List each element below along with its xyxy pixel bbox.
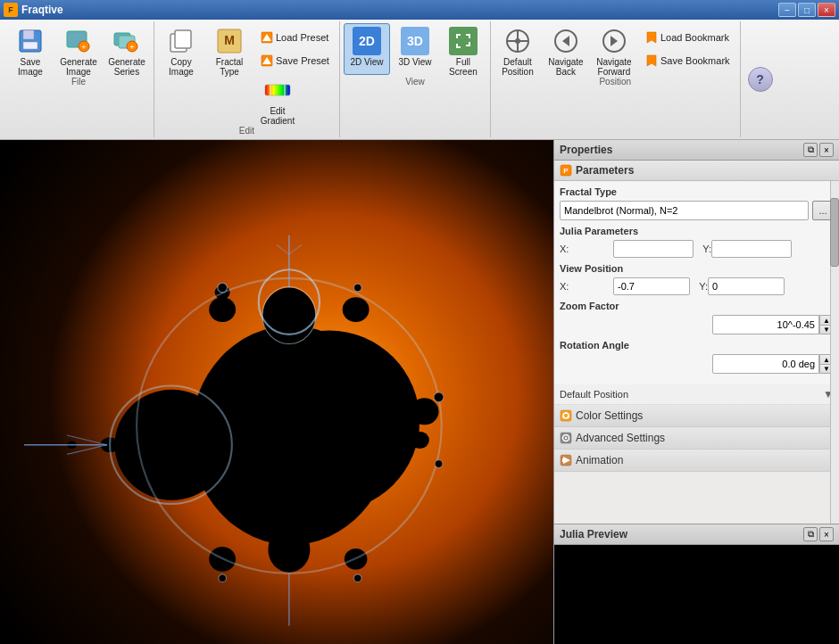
full-screen-icon [449, 27, 478, 55]
minimize-button[interactable]: − [778, 3, 796, 17]
edit-gradient-button[interactable]: Edit Gradient [254, 72, 301, 124]
zoom-factor-label: Zoom Factor [560, 301, 834, 311]
load-preset-icon [261, 31, 273, 44]
toolbar-edit-items: Copy Image M Fractal Type Load Preset Sa… [158, 23, 336, 124]
svg-rect-73 [562, 458, 564, 462]
generate-image-button[interactable]: + Generate Image [55, 23, 102, 75]
svg-point-66 [567, 416, 569, 417]
save-preset-label: Save Preset [276, 55, 329, 66]
svg-point-31 [238, 331, 420, 512]
maximize-button[interactable]: □ [798, 3, 816, 17]
svg-text:+: + [81, 43, 86, 52]
properties-content[interactable]: Fractal Type ... Julia Parameters X: Y: … [554, 181, 839, 524]
julia-y-input[interactable] [711, 240, 792, 258]
load-bookmark-label: Load Bookmark [660, 32, 729, 43]
svg-point-41 [343, 297, 370, 322]
svg-point-55 [218, 283, 228, 293]
color-settings-section[interactable]: Color Settings [554, 405, 839, 427]
view-2d-button[interactable]: 2D 2D View [344, 23, 390, 75]
help-button[interactable]: ? [748, 67, 773, 92]
julia-close-button[interactable]: × [819, 527, 834, 541]
navigate-back-label: Navigate Back [545, 57, 586, 77]
svg-point-57 [219, 574, 227, 582]
preset-group: Load Preset Save Preset [254, 27, 336, 71]
view-3d-button[interactable]: 3D 3D View [392, 23, 438, 75]
svg-point-60 [435, 460, 443, 468]
edit-gradient-label: Edit Gradient [257, 106, 298, 126]
view-3d-label-icon: 3D [407, 34, 423, 48]
animation-label: Animation [576, 454, 623, 466]
svg-rect-18 [265, 85, 290, 95]
scrollbar-thumb[interactable] [830, 198, 839, 267]
navigate-back-button[interactable]: Navigate Back [543, 23, 589, 75]
save-image-button[interactable]: Save Image [7, 23, 54, 75]
full-screen-label: Full Screen [443, 57, 484, 77]
svg-rect-63 [561, 410, 571, 421]
advanced-settings-section[interactable]: Advanced Settings [554, 427, 839, 450]
view-x-input[interactable] [613, 277, 690, 295]
title-bar-controls: − □ × [778, 3, 835, 17]
full-screen-button[interactable]: Full Screen [440, 23, 486, 75]
fractal-type-button[interactable]: M Fractal Type [206, 23, 253, 75]
view-group-label: View [405, 77, 425, 87]
view-position-row: X: Y: [560, 277, 834, 295]
svg-point-67 [562, 416, 564, 417]
navigate-forward-button[interactable]: Navigate Forward [591, 23, 637, 75]
fractal-type-label: Fractal Type [209, 57, 250, 77]
julia-preview-header: Julia Preview ⧉ × [554, 524, 839, 545]
fractal-canvas[interactable] [0, 140, 553, 644]
svg-rect-2 [23, 42, 37, 49]
svg-text:M: M [224, 33, 235, 47]
load-bookmark-button[interactable]: Load Bookmark [639, 27, 736, 48]
default-position-icon [503, 27, 532, 55]
svg-point-70 [565, 437, 567, 439]
rotation-input[interactable] [712, 354, 819, 374]
load-bookmark-icon [645, 31, 658, 44]
julia-y-label: Y: [694, 244, 711, 254]
panel-float-button[interactable]: ⧉ [803, 143, 818, 157]
svg-point-24 [515, 38, 520, 44]
default-position-row[interactable]: Default Position ▼ [554, 384, 839, 405]
load-preset-button[interactable]: Load Preset [254, 27, 336, 48]
animation-icon [560, 454, 572, 466]
toolbar-position-group: Default Position Navigate Back Navigate … [491, 21, 741, 137]
close-button[interactable]: × [818, 3, 835, 17]
julia-preview-panel: Julia Preview ⧉ × [554, 524, 839, 644]
julia-params-row: X: Y: [560, 240, 834, 258]
generate-series-button[interactable]: + Generate Series [104, 23, 150, 75]
svg-point-65 [565, 412, 567, 414]
copy-image-button[interactable]: Copy Image [158, 23, 204, 75]
scrollbar-track[interactable] [830, 181, 839, 524]
navigate-forward-label: Navigate Forward [594, 57, 635, 77]
toolbar-position-items: Default Position Navigate Back Navigate … [494, 23, 736, 75]
zoom-input[interactable] [712, 315, 819, 334]
view-y-input[interactable] [708, 277, 785, 295]
svg-rect-1 [23, 30, 34, 39]
generate-image-icon: + [64, 27, 93, 55]
svg-marker-26 [562, 36, 569, 46]
edit-group-label: Edit [239, 126, 254, 136]
advanced-settings-icon [560, 432, 572, 444]
julia-preview-title: Julia Preview [560, 528, 627, 541]
save-preset-button[interactable]: Save Preset [254, 50, 336, 71]
svg-point-35 [410, 398, 438, 425]
parameters-section-header[interactable]: P Parameters [554, 161, 839, 181]
position-group-label: Position [599, 77, 631, 87]
color-settings-label: Color Settings [576, 409, 643, 422]
fractal-type-icon: M [215, 27, 244, 55]
svg-point-36 [410, 432, 428, 449]
mandelbrot-svg [0, 140, 553, 644]
julia-float-button[interactable]: ⧉ [803, 527, 818, 541]
rotation-row: ▲ ▼ [560, 354, 834, 374]
fractal-type-input[interactable] [560, 201, 809, 220]
default-position-button[interactable]: Default Position [494, 23, 541, 75]
save-bookmark-button[interactable]: Save Bookmark [639, 50, 736, 71]
app-icon: F [4, 3, 18, 17]
julia-x-input[interactable] [613, 240, 694, 258]
svg-rect-74 [559, 545, 835, 644]
julia-preview-svg [554, 545, 839, 644]
panel-close-button[interactable]: × [819, 143, 834, 157]
help-area: ? [741, 21, 780, 137]
animation-section[interactable]: Animation [554, 450, 839, 472]
parameters-label: Parameters [576, 164, 634, 177]
